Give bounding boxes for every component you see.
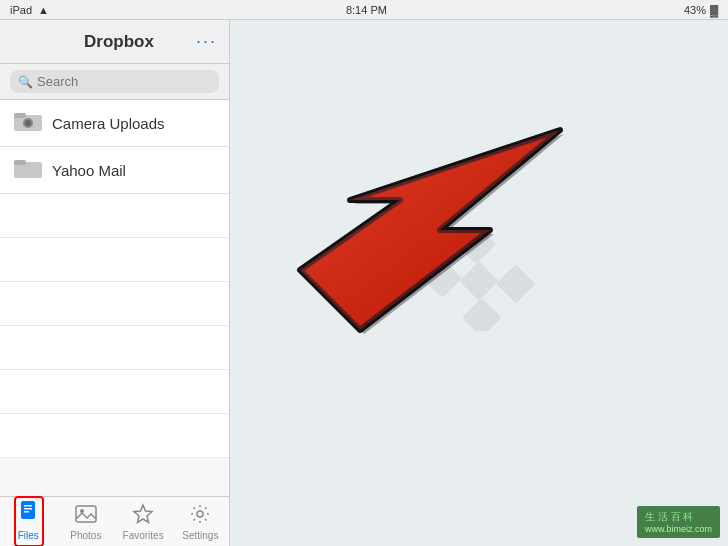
search-icon: 🔍: [18, 75, 33, 89]
camera-uploads-icon: [14, 110, 42, 136]
tab-bar: Files Photos: [0, 496, 229, 546]
svg-rect-16: [459, 261, 499, 301]
sidebar-header: Dropbox ···: [0, 20, 229, 64]
watermark-chinese: 生 活 百 科: [645, 510, 712, 524]
svg-rect-14: [456, 231, 496, 264]
time-display: 8:14 PM: [346, 4, 387, 16]
svg-rect-17: [422, 258, 462, 298]
main-content: 生 活 百 科 www.bimeiz.com: [230, 20, 728, 546]
more-button[interactable]: ···: [196, 31, 217, 52]
watermark-url: www.bimeiz.com: [645, 524, 712, 534]
tab-photos-label: Photos: [70, 530, 101, 541]
svg-marker-12: [134, 505, 152, 523]
app-container: Dropbox ··· 🔍: [0, 20, 728, 546]
files-icon: [18, 500, 40, 525]
sidebar-list: Camera Uploads Yahoo Mail: [0, 100, 229, 496]
tab-files-active-box: Files: [14, 496, 44, 546]
watermark: 生 活 百 科 www.bimeiz.com: [637, 506, 720, 538]
yahoo-mail-icon: [14, 157, 42, 183]
svg-rect-10: [76, 506, 96, 522]
svg-rect-1: [14, 113, 26, 118]
empty-row-4: [0, 326, 229, 370]
wifi-icon: ▲: [38, 4, 49, 16]
photos-icon: [75, 503, 97, 528]
battery-label: 43%: [684, 4, 706, 16]
empty-row-1: [0, 194, 229, 238]
tab-settings-label: Settings: [182, 530, 218, 541]
svg-rect-8: [24, 508, 32, 510]
svg-rect-7: [24, 505, 32, 507]
sidebar: Dropbox ··· 🔍: [0, 20, 230, 546]
sidebar-title: Dropbox: [42, 32, 196, 52]
status-bar: iPad ▲ 8:14 PM 43% ▓: [0, 0, 728, 20]
sidebar-item-label-yahoo-mail: Yahoo Mail: [52, 162, 126, 179]
tab-favorites[interactable]: Favorites: [115, 499, 172, 545]
svg-rect-9: [24, 511, 29, 513]
tab-photos[interactable]: Photos: [57, 499, 114, 545]
tab-files[interactable]: Files: [0, 492, 57, 546]
empty-row-3: [0, 282, 229, 326]
svg-rect-18: [462, 298, 502, 331]
empty-row-6: [0, 414, 229, 458]
svg-rect-15: [496, 264, 536, 304]
search-input-wrap[interactable]: 🔍: [10, 70, 219, 93]
battery-icon: ▓: [710, 4, 718, 16]
search-bar: 🔍: [0, 64, 229, 100]
svg-rect-6: [21, 501, 35, 519]
sidebar-item-label-camera-uploads: Camera Uploads: [52, 115, 165, 132]
tab-favorites-label: Favorites: [123, 530, 164, 541]
svg-point-3: [25, 120, 31, 126]
sidebar-item-camera-uploads[interactable]: Camera Uploads: [0, 100, 229, 147]
device-label: iPad: [10, 4, 32, 16]
sidebar-item-yahoo-mail[interactable]: Yahoo Mail: [0, 147, 229, 194]
favorites-icon: [132, 503, 154, 528]
svg-point-13: [197, 511, 203, 517]
dropbox-watermark-logo: [419, 231, 539, 335]
status-left: iPad ▲: [10, 4, 49, 16]
empty-row-5: [0, 370, 229, 414]
tab-settings[interactable]: Settings: [172, 499, 229, 545]
empty-row-2: [0, 238, 229, 282]
search-input[interactable]: [37, 74, 211, 89]
svg-rect-5: [14, 160, 26, 165]
settings-icon: [189, 503, 211, 528]
status-right: 43% ▓: [684, 4, 718, 16]
tab-files-label: Files: [18, 530, 39, 541]
